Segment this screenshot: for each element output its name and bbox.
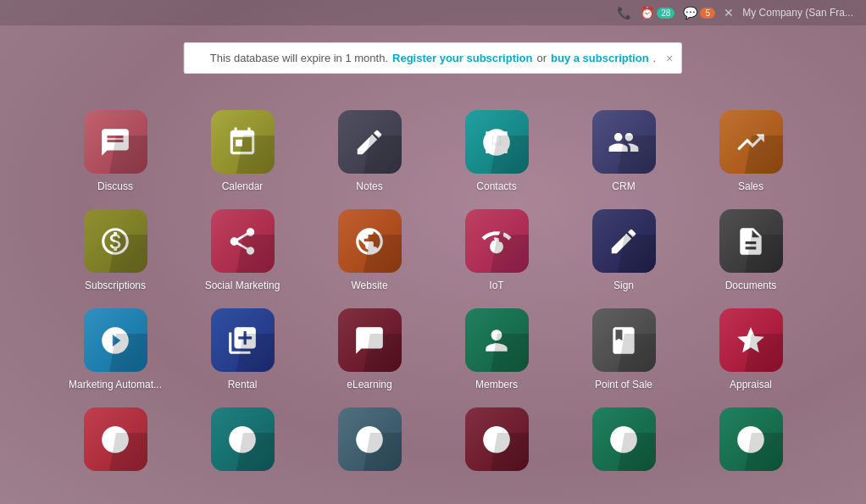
- app-label-documents: Documents: [725, 280, 777, 291]
- app-label-pos: Point of Sale: [595, 379, 652, 390]
- app-icon-bottom4: [465, 407, 529, 471]
- app-label-marketing: Marketing Automat...: [69, 379, 162, 390]
- app-item-crm[interactable]: CRM: [573, 110, 674, 192]
- app-item-bottom2[interactable]: [192, 407, 293, 478]
- app-icon-pos: [592, 308, 656, 372]
- app-icon-subscriptions: [84, 209, 147, 273]
- app-icon-sales: [719, 110, 783, 174]
- register-subscription-link[interactable]: Register your subscription: [392, 52, 532, 64]
- app-item-pos[interactable]: Point of Sale: [573, 308, 674, 390]
- app-label-crm: CRM: [612, 180, 635, 192]
- app-item-bottom1[interactable]: [64, 407, 166, 478]
- svg-point-2: [492, 136, 501, 144]
- app-icon-bottom1: [84, 407, 147, 471]
- app-icon-iot: [465, 209, 529, 273]
- company-name: My Company (San Fra...: [742, 7, 853, 19]
- app-item-website[interactable]: Website: [319, 209, 420, 291]
- app-label-rental: Rental: [228, 379, 258, 390]
- app-label-discuss: Discuss: [97, 180, 133, 192]
- app-item-contacts[interactable]: Contacts: [446, 110, 547, 192]
- banner-period: .: [653, 52, 657, 64]
- app-icon-bottom2: [211, 407, 275, 471]
- app-item-appraisal[interactable]: Appraisal: [700, 308, 802, 390]
- app-icon-bottom3: [338, 407, 402, 471]
- app-item-bottom5[interactable]: [573, 407, 674, 478]
- app-label-appraisal: Appraisal: [730, 379, 772, 390]
- app-item-social-marketing[interactable]: Social Marketing: [192, 209, 293, 291]
- app-item-notes[interactable]: Notes: [319, 110, 420, 192]
- app-label-sales: Sales: [738, 180, 763, 192]
- app-label-subscriptions: Subscriptions: [85, 280, 146, 291]
- phone-icon-area: 📞: [617, 6, 631, 19]
- chat-badge-area[interactable]: 💬 5: [683, 6, 715, 19]
- buy-subscription-link[interactable]: buy a subscription: [551, 52, 649, 64]
- phone-icon: 📞: [617, 6, 631, 19]
- app-icon-discuss: [84, 110, 147, 174]
- app-item-marketing[interactable]: Marketing Automat...: [64, 308, 166, 390]
- banner-or: or: [536, 52, 547, 64]
- chat-badge: 5: [700, 8, 715, 19]
- app-icon-contacts: [465, 110, 529, 174]
- banner-text: This database will expire in 1 month.: [210, 52, 388, 64]
- app-item-documents[interactable]: Documents: [700, 209, 802, 291]
- clock-icon: ⏰: [640, 6, 654, 19]
- app-item-bottom6[interactable]: [700, 407, 802, 478]
- app-label-calendar: Calendar: [222, 180, 264, 192]
- app-icon-rental: [211, 308, 275, 372]
- app-icon-social-marketing: [211, 209, 275, 273]
- app-label-website: Website: [351, 280, 387, 291]
- app-icon-sign: [592, 209, 656, 273]
- clock-badge: 28: [657, 8, 674, 19]
- app-item-elearning[interactable]: eLearning: [319, 308, 420, 390]
- app-label-sign: Sign: [613, 280, 634, 291]
- app-item-subscriptions[interactable]: Subscriptions: [64, 209, 166, 291]
- app-icon-bottom6: [719, 407, 783, 471]
- topbar-close-icon[interactable]: ✕: [724, 6, 734, 19]
- app-icon-documents: [719, 209, 783, 273]
- app-label-notes: Notes: [356, 180, 382, 192]
- svg-rect-1: [498, 136, 501, 147]
- app-item-rental[interactable]: Rental: [192, 308, 293, 390]
- app-item-sign[interactable]: Sign: [573, 209, 674, 291]
- app-item-iot[interactable]: IoT: [446, 209, 547, 291]
- app-item-discuss[interactable]: Discuss: [64, 110, 166, 192]
- app-icon-website: [338, 209, 402, 273]
- app-icon-crm: [592, 110, 656, 174]
- expiry-banner: This database will expire in 1 month. Re…: [184, 42, 682, 74]
- app-item-members[interactable]: Members: [446, 308, 547, 390]
- app-icon-appraisal: [719, 308, 783, 372]
- app-icon-marketing: [84, 308, 147, 372]
- app-label-elearning: eLearning: [347, 379, 391, 390]
- app-icon-bottom5: [592, 407, 656, 471]
- app-label-social-marketing: Social Marketing: [205, 280, 280, 291]
- app-icon-calendar: [211, 110, 275, 174]
- app-icon-notes: [338, 110, 402, 174]
- app-label-members: Members: [475, 379, 518, 390]
- app-grid: DiscussCalendarNotesContactsCRMSalesSubs…: [64, 110, 802, 478]
- app-item-bottom3[interactable]: [319, 407, 420, 478]
- clock-badge-area[interactable]: ⏰ 28: [640, 6, 674, 19]
- app-label-contacts: Contacts: [476, 180, 516, 192]
- app-item-bottom4[interactable]: [446, 407, 547, 478]
- app-icon-members: [465, 308, 529, 372]
- app-label-iot: IoT: [489, 280, 503, 291]
- app-item-sales[interactable]: Sales: [700, 110, 802, 192]
- chat-icon: 💬: [683, 6, 697, 19]
- app-icon-elearning: [338, 308, 402, 372]
- banner-close-button[interactable]: ×: [666, 52, 673, 65]
- app-item-calendar[interactable]: Calendar: [192, 110, 293, 192]
- top-bar: 📞 ⏰ 28 💬 5 ✕ My Company (San Fra...: [0, 0, 866, 25]
